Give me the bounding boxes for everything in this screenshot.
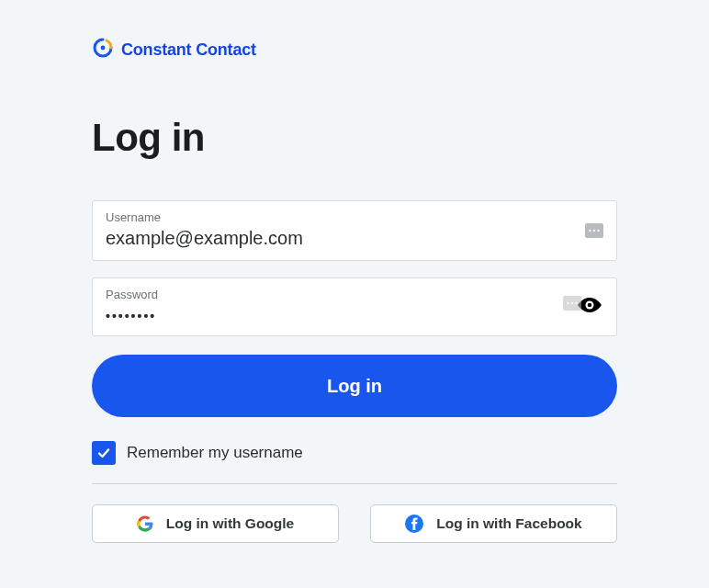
svg-point-4 (567, 302, 568, 304)
login-with-google-button[interactable]: Log in with Google (92, 504, 339, 543)
svg-point-2 (593, 230, 595, 232)
svg-point-6 (575, 302, 577, 304)
page-title: Log in (92, 116, 617, 160)
brand-name: Constant Contact (121, 40, 256, 60)
svg-point-0 (101, 46, 106, 51)
login-with-facebook-button[interactable]: Log in with Facebook (370, 504, 617, 543)
svg-point-8 (588, 303, 592, 308)
divider (92, 483, 617, 484)
facebook-icon (405, 514, 423, 533)
facebook-button-label: Log in with Facebook (436, 515, 581, 532)
brand-logo: Constant Contact (92, 37, 617, 62)
remember-checkbox[interactable] (92, 441, 116, 465)
remember-label: Remember my username (127, 444, 303, 462)
password-label: Password (106, 288, 603, 301)
login-button[interactable]: Log in (92, 355, 617, 417)
google-button-label: Log in with Google (166, 515, 294, 532)
svg-point-5 (571, 302, 573, 304)
password-input[interactable] (106, 305, 603, 323)
brand-mark-icon (92, 37, 114, 62)
username-field-wrapper[interactable]: Username (92, 200, 617, 261)
username-input[interactable] (106, 228, 603, 249)
remember-row: Remember my username (92, 441, 617, 465)
svg-point-1 (589, 230, 591, 232)
password-field-wrapper[interactable]: Password (92, 277, 617, 336)
svg-point-3 (597, 230, 599, 232)
google-icon (137, 515, 153, 532)
password-manager-hint-icon[interactable] (585, 223, 603, 238)
username-label: Username (106, 210, 603, 224)
